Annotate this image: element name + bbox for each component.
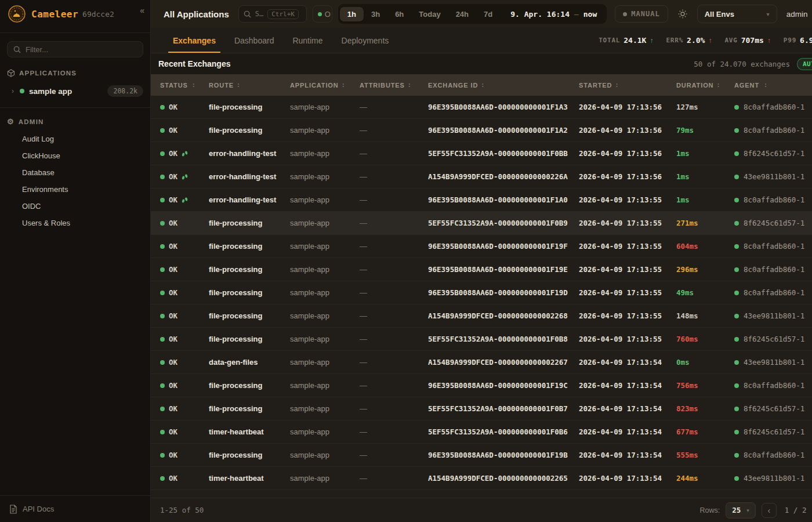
auto-refresh-badge[interactable]: AUTO [797, 58, 812, 70]
footprints-icon [182, 150, 188, 157]
started-cell: 2026-04-09 17:13:54 [579, 474, 676, 483]
time-range-1h[interactable]: 1h [340, 7, 364, 21]
range-end: now [583, 10, 597, 19]
sidebar-item-api-docs[interactable]: API Docs [0, 495, 150, 522]
agent-status-dot [734, 360, 739, 365]
table-row[interactable]: OKfile-processingsample-app—96E395B0088A… [151, 235, 812, 258]
time-range-6h[interactable]: 6h [387, 7, 411, 21]
time-range-3h[interactable]: 3h [364, 7, 387, 21]
agent-status-dot [734, 105, 739, 110]
rows-per-page-select[interactable]: 25 ▾ [726, 502, 756, 519]
table-row[interactable]: OKfile-processingsample-app—5EF55FC31352… [151, 328, 812, 351]
agent-id-value: 8c0affadb860-1 [744, 288, 804, 297]
duration-value: 756ms [676, 381, 698, 390]
table-row[interactable]: OKerror-handling-testsample-app—A154B9A9… [151, 165, 812, 188]
search-icon [13, 46, 21, 53]
route-label: file-processing [209, 311, 262, 320]
duration-value: 49ms [676, 288, 694, 297]
chevron-down-icon: ▾ [746, 507, 749, 513]
keyboard-shortcut-badge: Ctrl+K [267, 9, 299, 19]
footprints-icon-wrap [182, 173, 188, 180]
table-row[interactable]: OKerror-handling-testsample-app—5EF55FC3… [151, 142, 812, 165]
table-row[interactable]: OKfile-processingsample-app—96E395B0088A… [151, 119, 812, 142]
duration-cell: 555ms [676, 451, 734, 459]
table-row[interactable]: OKfile-processingsample-app—A154B9A999DF… [151, 304, 812, 328]
route-label: file-processing [209, 126, 262, 135]
column-header-started[interactable]: STARTED: [579, 82, 676, 89]
status-dot [160, 407, 165, 411]
sidebar-item-audit-log[interactable]: Audit Log [0, 130, 150, 147]
table-row[interactable]: OKfile-processingsample-app—96E395B0088A… [151, 258, 812, 281]
table-row[interactable]: OKdata-gen-filessample-app—A154B9A999DFC… [151, 351, 812, 374]
theme-toggle-button[interactable] [674, 5, 691, 23]
duration-value: 1ms [676, 149, 690, 158]
tab-runtime[interactable]: Runtime [283, 28, 332, 53]
search-input[interactable]: S… Ctrl+K [238, 5, 307, 23]
sidebar-item-database[interactable]: Database [0, 164, 150, 181]
tab-exchanges[interactable]: Exchanges [164, 28, 225, 53]
column-header-agent[interactable]: AGENT: [734, 82, 812, 89]
time-range-7d[interactable]: 7d [476, 7, 500, 21]
exchange-id-cell: 96E395B0088AA6D-000000000001F1A0 [428, 195, 579, 204]
table-row[interactable]: OKfile-processingsample-app—5EF55FC31352… [151, 397, 812, 420]
duration-value: 604ms [676, 242, 698, 251]
sidebar-item-environments[interactable]: Environments [0, 181, 150, 198]
table-row[interactable]: OKtimer-heartbeatsample-app—5EF55FC31352… [151, 420, 812, 444]
exchange-id-value: 96E395B0088AA6D-000000000001F19B [428, 451, 568, 459]
status-label: OK [169, 242, 177, 251]
table-row[interactable]: OKfile-processingsample-app—96E395B0088A… [151, 444, 812, 467]
status-label: OK [169, 172, 177, 181]
sort-icon: : [408, 82, 412, 88]
attributes-cell: — [360, 149, 428, 158]
attributes-value: — [360, 335, 367, 343]
application-label: sample-app [290, 358, 329, 367]
sidebar-item-sample-app[interactable]: › sample app 208.2k [0, 81, 150, 102]
column-header-exchange-id[interactable]: EXCHANGE ID: [428, 82, 579, 89]
route-label: file-processing [209, 103, 262, 111]
live-status-button[interactable]: O [313, 5, 332, 23]
table-row[interactable]: OKerror-handling-testsample-app—96E395B0… [151, 188, 812, 212]
sidebar-item-oidc[interactable]: OIDC [0, 198, 150, 215]
route-cell: file-processing [209, 219, 290, 227]
status-cell: OK [160, 126, 209, 135]
attributes-cell: — [360, 242, 428, 251]
time-range-today[interactable]: Today [411, 7, 448, 21]
rows-per-page-value: 25 [732, 506, 741, 514]
table-row[interactable]: OKfile-processingsample-app—5EF55FC31352… [151, 212, 812, 235]
search-icon [244, 10, 251, 18]
status-dot [160, 128, 165, 133]
sidebar-filter-input[interactable]: Filter... [7, 41, 143, 57]
tab-deployments[interactable]: Deployments [332, 28, 398, 53]
column-header-label: APPLICATION [290, 82, 339, 89]
column-header-duration[interactable]: DURATION: [676, 82, 734, 89]
started-cell: 2026-04-09 17:13:54 [579, 358, 676, 367]
application-label: sample-app [290, 149, 329, 158]
started-value: 2026-04-09 17:13:55 [579, 195, 662, 204]
tab-dashboard[interactable]: Dashboard [225, 28, 284, 53]
admin-header-label: ADMIN [19, 118, 44, 125]
sidebar-item-users-roles[interactable]: Users & Roles [0, 215, 150, 231]
route-label: file-processing [209, 381, 262, 390]
time-range-display[interactable]: 9. Apr. 16:14 — now [500, 10, 605, 19]
sidebar-collapse-icon[interactable]: « [140, 6, 144, 15]
table-row[interactable]: OKfile-processingsample-app—96E395B0088A… [151, 374, 812, 397]
time-range-24h[interactable]: 24h [448, 7, 476, 21]
table-row[interactable]: OKtimer-heartbeatsample-app—A154B9A999DF… [151, 467, 812, 490]
column-header-status[interactable]: STATUS: [160, 82, 209, 89]
table-column-headers: STATUS:ROUTE:APPLICATION:ATTRIBUTES:EXCH… [151, 74, 812, 96]
prev-page-button[interactable]: ‹ [762, 503, 777, 518]
exchange-id-value: 5EF55FC31352A9A-000000000001F0B6 [428, 427, 568, 436]
column-header-application[interactable]: APPLICATION: [290, 82, 360, 89]
manual-refresh-button[interactable]: MANUAL [615, 5, 668, 23]
application-cell: sample-app [290, 427, 360, 436]
column-header-attributes[interactable]: ATTRIBUTES: [360, 82, 428, 89]
table-row[interactable]: OKfile-processingsample-app—96E395B0088A… [151, 96, 812, 119]
status-cell: OK [160, 219, 209, 227]
sidebar-item-clickhouse[interactable]: ClickHouse [0, 147, 150, 164]
route-cell: file-processing [209, 265, 290, 274]
table-row[interactable]: OKfile-processingsample-app—96E395B0088A… [151, 281, 812, 304]
started-cell: 2026-04-09 17:13:55 [579, 288, 676, 297]
column-header-route[interactable]: ROUTE: [209, 82, 290, 89]
environment-select[interactable]: All Envs ▾ [697, 5, 777, 23]
chevron-right-icon[interactable]: › [12, 87, 20, 95]
